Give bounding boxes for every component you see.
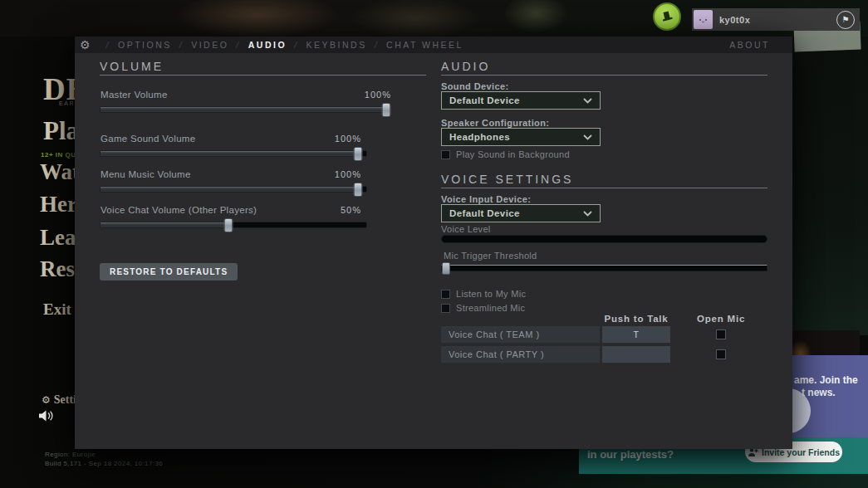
build-info: Build 5,171 - Sep 18 2024, 10:17:36	[45, 460, 163, 467]
checkbox[interactable]	[441, 290, 450, 299]
tab-about[interactable]: ABOUT	[729, 40, 770, 50]
slider-handle[interactable]	[382, 103, 391, 117]
audio-section-title: AUDIO	[441, 60, 490, 73]
tab-video[interactable]: VIDEO	[191, 40, 228, 50]
checkbox[interactable]	[716, 349, 726, 359]
sound-device-value: Default Device	[449, 95, 520, 105]
play-sound-background-row[interactable]: Play Sound in Background	[441, 149, 570, 159]
tab-separator: /	[294, 40, 298, 50]
voice-level-meter	[441, 235, 767, 243]
mic-threshold-label: Mic Trigger Threshold	[444, 251, 537, 261]
speaker-config-value: Headphones	[449, 132, 510, 142]
playtests-text: in our playtests?	[587, 448, 674, 461]
menu-music-volume-slider[interactable]	[100, 186, 367, 193]
news-text-line2: t news.	[802, 387, 836, 398]
listen-to-mic-row[interactable]: Listen to My Mic	[441, 289, 526, 299]
slider-handle[interactable]	[223, 218, 233, 232]
slider-handle[interactable]	[354, 147, 363, 161]
settings-dialog: ⚙ / OPTIONS / VIDEO / AUDIO / KEYBINDS /…	[75, 37, 792, 449]
avatar	[694, 10, 713, 29]
tab-separator: /	[106, 40, 110, 50]
menu-music-volume-value: 100%	[100, 169, 361, 179]
master-volume-slider[interactable]	[100, 106, 387, 113]
slider-fill	[101, 187, 358, 192]
volume-section-title: VOLUME	[100, 60, 164, 73]
slider-fill	[101, 151, 358, 156]
top-hat-icon	[660, 9, 674, 24]
slider-handle[interactable]	[354, 183, 363, 197]
slider-fill	[101, 222, 228, 227]
speaker-config-label: Speaker Configuration:	[441, 118, 549, 128]
flag-icon[interactable]: ⚑	[836, 11, 855, 29]
divider	[441, 188, 767, 188]
sound-device-label: Sound Device:	[441, 81, 509, 91]
listen-to-mic-label: Listen to My Mic	[456, 289, 526, 299]
checkbox[interactable]	[441, 304, 450, 313]
news-text-line1: ame. Join the	[794, 374, 858, 386]
hat-badge[interactable]	[653, 2, 681, 31]
player-name: ky0t0x	[719, 15, 750, 25]
gear-icon: ⚙	[42, 394, 51, 406]
divider	[100, 75, 426, 76]
settings-tabbar: ⚙ / OPTIONS / VIDEO / AUDIO / KEYBINDS /…	[75, 37, 792, 53]
slider-handle[interactable]	[442, 262, 450, 275]
voice-chat-party-keybind-button[interactable]	[602, 346, 670, 363]
slider-fill	[101, 107, 386, 112]
avatar-face-icon	[694, 10, 713, 29]
background-right	[792, 37, 868, 335]
player-chip[interactable]: ky0t0x ⚑	[692, 8, 860, 31]
voice-level-label: Voice Level	[441, 224, 491, 234]
streamlined-mic-label: Streamlined Mic	[456, 303, 525, 313]
speaker-icon	[38, 409, 55, 422]
divider	[441, 75, 767, 76]
voice-section-title: VOICE SETTINGS	[441, 173, 573, 186]
voice-input-device-dropdown[interactable]: Default Device	[441, 204, 601, 222]
sound-device-dropdown[interactable]: Default Device	[441, 91, 601, 110]
gear-icon: ⚙	[80, 38, 91, 51]
checkbox[interactable]	[716, 329, 726, 339]
game-sound-volume-slider[interactable]	[100, 150, 367, 157]
game-sound-volume-value: 100%	[100, 134, 361, 144]
restore-defaults-button[interactable]: RESTORE TO DEFAULTS	[100, 263, 238, 281]
voice-input-device-label: Voice Input Device:	[441, 194, 531, 204]
voice-chat-volume-slider[interactable]	[100, 222, 367, 228]
tab-audio[interactable]: AUDIO	[248, 40, 287, 50]
speaker-config-dropdown[interactable]: Headphones	[441, 128, 601, 146]
region-info: Region: Europe	[45, 451, 96, 458]
voice-chat-volume-value: 50%	[100, 205, 361, 215]
open-mic-header: Open Mic	[667, 314, 775, 324]
chevron-down-icon	[583, 98, 592, 104]
tab-options[interactable]: OPTIONS	[118, 40, 172, 50]
tab-separator: /	[236, 40, 240, 50]
mute-toggle[interactable]	[38, 409, 55, 426]
voice-chat-party-label: Voice Chat ( PARTY )	[441, 346, 600, 363]
voice-chat-team-keybind-button[interactable]: T	[602, 326, 670, 343]
streamlined-mic-row[interactable]: Streamlined Mic	[441, 303, 525, 313]
mic-threshold-slider[interactable]	[441, 265, 767, 271]
voice-chat-team-label: Voice Chat ( TEAM )	[441, 326, 600, 343]
voice-input-device-value: Default Device	[449, 208, 520, 218]
tab-separator: /	[375, 40, 379, 50]
tab-separator: /	[179, 40, 184, 50]
play-sound-background-label: Play Sound in Background	[456, 149, 570, 159]
chevron-down-icon	[583, 211, 592, 217]
chevron-down-icon	[583, 134, 592, 140]
tab-chat-wheel[interactable]: CHAT WHEEL	[386, 40, 463, 50]
tab-keybinds[interactable]: KEYBINDS	[306, 40, 367, 50]
master-volume-value: 100%	[100, 90, 391, 100]
checkbox[interactable]	[441, 150, 450, 159]
